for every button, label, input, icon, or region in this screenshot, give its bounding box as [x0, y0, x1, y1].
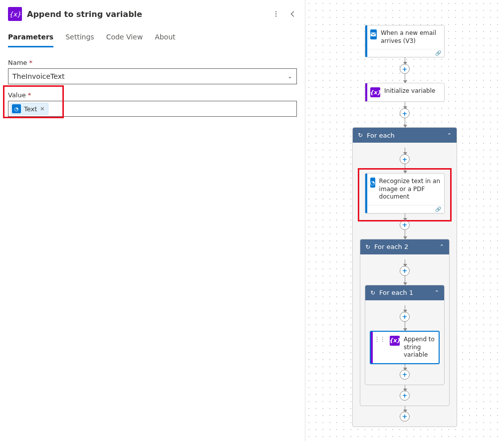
name-label-text: Name [8, 59, 27, 66]
flow-container-foreach2: ↻ For each 2 ⌃ + ↻ [360, 239, 450, 406]
panel-tabs: Parameters Settings Code View About [0, 28, 305, 48]
node-label: Recognize text in an image or a PDF docu… [379, 178, 440, 201]
tab-settings[interactable]: Settings [65, 28, 94, 47]
outlook-icon [370, 29, 377, 39]
value-label-text: Value [8, 91, 26, 99]
required-marker: * [28, 91, 31, 99]
add-step-button[interactable]: + [400, 370, 410, 380]
container-title: For each 1 [379, 289, 413, 296]
required-marker: * [29, 59, 33, 66]
tab-codeview[interactable]: Code View [106, 28, 143, 47]
tab-about[interactable]: About [155, 28, 175, 47]
value-input[interactable]: ◔ Text ✕ [8, 101, 297, 117]
node-label: Append to string variable [404, 336, 435, 359]
add-step-button[interactable]: + [400, 108, 410, 118]
value-field-label: Value * [8, 91, 297, 99]
remove-token-button[interactable]: ✕ [40, 106, 44, 112]
flow-node-append-string[interactable]: ⋮⋮ {x} Append to string variable [370, 331, 440, 364]
foreach1-header[interactable]: ↻ For each 1 ⌃ [365, 285, 444, 300]
flow-canvas[interactable]: When a new email arrives (V3) 🔗 + {x} In… [305, 0, 504, 441]
container-title: For each [367, 132, 395, 139]
cognitive-services-icon: ◔ [12, 104, 21, 113]
node-label: When a new email arrives (V3) [381, 29, 440, 45]
loop-icon: ↻ [358, 132, 363, 139]
tab-parameters[interactable]: Parameters [8, 28, 53, 47]
chevron-up-icon: ⌃ [435, 289, 439, 296]
link-icon: 🔗 [435, 50, 441, 56]
action-config-panel: {x} Append to string variable Parameters… [0, 0, 305, 441]
flow-node-recognize-text[interactable]: ◔ Recognize text in an image or a PDF do… [365, 173, 445, 214]
collapse-panel-button[interactable] [287, 8, 299, 20]
flow-container-foreach: ↻ For each ⌃ + ◔ [352, 127, 457, 427]
add-step-button[interactable]: + [400, 266, 410, 276]
chevron-up-icon: ⌃ [440, 243, 444, 250]
add-step-button[interactable]: + [400, 64, 410, 74]
panel-title: Append to string variable [27, 9, 265, 19]
chevron-up-icon: ⌃ [447, 132, 452, 139]
name-dropdown[interactable]: TheInvoiceText ⌄ [8, 68, 297, 84]
name-value: TheInvoiceText [12, 72, 64, 80]
add-step-button[interactable]: + [400, 391, 410, 401]
cognitive-services-icon: ◔ [370, 178, 375, 188]
name-field-label: Name * [8, 59, 297, 66]
add-step-button[interactable]: + [400, 154, 410, 164]
foreach2-header[interactable]: ↻ For each 2 ⌃ [360, 239, 449, 254]
add-step-button[interactable]: + [400, 412, 410, 422]
flow-container-foreach1: ↻ For each 1 ⌃ + [365, 285, 445, 385]
svg-point-1 [275, 13, 276, 14]
link-icon: 🔗 [435, 207, 441, 212]
token-text: Text [24, 105, 37, 113]
foreach-header[interactable]: ↻ For each ⌃ [353, 128, 457, 143]
chevron-left-icon [289, 10, 296, 17]
more-menu-button[interactable] [270, 8, 282, 20]
svg-point-2 [275, 15, 276, 16]
svg-rect-3 [371, 32, 376, 36]
flow-node-initialize-variable[interactable]: {x} Initialize variable [365, 83, 445, 102]
loop-icon: ↻ [365, 243, 370, 250]
variable-icon: {x} [390, 336, 400, 346]
chevron-down-icon: ⌄ [287, 73, 292, 80]
container-title: For each 2 [374, 243, 408, 250]
node-label: Initialize variable [384, 87, 435, 95]
flow-node-email-trigger[interactable]: When a new email arrives (V3) 🔗 [365, 25, 445, 57]
ellipsis-vertical-icon [272, 10, 279, 17]
variable-icon: {x} [8, 7, 22, 21]
svg-point-0 [275, 11, 276, 12]
add-step-button[interactable]: + [400, 220, 410, 230]
add-step-button[interactable]: + [400, 312, 410, 322]
drag-handle-icon[interactable]: ⋮⋮ [374, 336, 385, 342]
variable-icon: {x} [370, 87, 380, 97]
loop-icon: ↻ [370, 289, 375, 296]
dynamic-content-token[interactable]: ◔ Text ✕ [10, 103, 48, 115]
